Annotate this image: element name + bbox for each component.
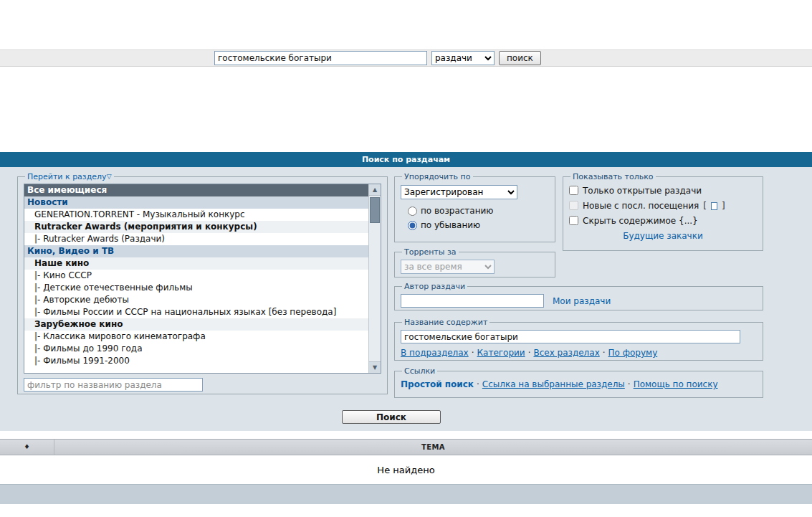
order-desc-radio[interactable] — [408, 221, 417, 230]
links-legend: Ссылки — [402, 366, 437, 376]
order-by-select[interactable]: Зарегистрирован — [401, 185, 517, 199]
hide-contents-checkbox[interactable] — [569, 216, 578, 225]
search-submit-button[interactable]: Поиск — [342, 410, 441, 424]
order-asc-radio[interactable] — [408, 207, 417, 216]
new-since-visit-row[interactable]: Новые с посл. посещения [] — [569, 198, 757, 213]
link-separator: · — [472, 348, 474, 358]
new-topics-page-icon — [711, 202, 717, 210]
title-contains-fieldset: Название содержит В подразделах·Категори… — [394, 318, 763, 361]
bracket-open: [ — [703, 201, 707, 211]
quick-search-scope-select[interactable]: раздачи — [431, 51, 495, 65]
author-legend: Автор раздачи — [402, 282, 467, 291]
jump-to-section-label[interactable]: Перейти к разделу — [27, 172, 107, 181]
forum-tree-list[interactable]: Все имеющиеся Новости GENERATION.TORRENT… — [24, 184, 381, 374]
link-separator: · — [628, 379, 631, 389]
in-subforums-link[interactable]: В подразделах — [401, 348, 469, 358]
tree-option[interactable]: |- Фильмы до 1990 года — [24, 343, 381, 355]
links-fieldset: Ссылки Простой поиск·Ссылка на выбранные… — [394, 366, 763, 398]
author-row: Мои раздачи — [401, 294, 757, 308]
future-downloads-link[interactable]: Будущие закачки — [569, 231, 757, 241]
tree-option[interactable]: |- Классика мирового кинематографа — [24, 331, 381, 343]
results-header-row: ♦ ТЕМА — [0, 439, 812, 455]
tree-option[interactable]: |- Детские отечественные фильмы — [24, 282, 381, 294]
only-open-row[interactable]: Только открытые раздачи — [569, 183, 757, 198]
torrents-for-legend: Торренты за — [402, 247, 459, 257]
link-separator: · — [603, 348, 606, 358]
tree-scrollbar[interactable]: ▲ ▼ — [368, 184, 381, 373]
order-by-fieldset: Упорядочить по Зарегистрирован по возрас… — [394, 172, 555, 242]
author-input[interactable] — [401, 294, 544, 308]
links-row: Простой поиск·Ссылка на выбранные раздел… — [401, 379, 757, 389]
title-contains-legend: Название содержит — [402, 318, 489, 327]
quick-search-button[interactable]: поиск — [499, 51, 541, 65]
show-only-fieldset: Показывать только Только открытые раздач… — [563, 172, 763, 251]
tree-filter-input[interactable] — [24, 378, 203, 392]
tree-option[interactable]: GENERATION.TORRENT - Музыкальный конкурс — [24, 209, 381, 221]
show-only-legend: Показывать только — [570, 172, 656, 181]
tree-option[interactable]: Кино, Видео и ТВ — [24, 245, 381, 257]
all-sections-link[interactable]: Всех разделах — [533, 348, 599, 358]
torrents-for-fieldset: Торренты за за все время — [394, 247, 555, 278]
tree-option[interactable]: |- Rutracker Awards (Раздачи) — [24, 233, 381, 245]
forum-tree-fieldset: Перейти к разделу▽ Все имеющиеся Новости… — [17, 172, 388, 394]
title-scope-links: В подразделах·Категории·Всех разделах·По… — [401, 348, 757, 358]
only-open-label[interactable]: Только открытые раздачи — [583, 186, 702, 196]
tree-option[interactable]: Наше кино — [24, 257, 381, 270]
scroll-down-icon[interactable]: ▼ — [369, 361, 381, 373]
order-asc-row[interactable]: по возрастанию — [401, 204, 549, 218]
hide-contents-label[interactable]: Скрыть содержимое {...} — [583, 216, 698, 226]
torrents-for-select[interactable]: за все время — [401, 260, 495, 274]
order-desc-row[interactable]: по убыванию — [401, 218, 549, 232]
new-since-visit-checkbox[interactable] — [569, 201, 578, 210]
title-contains-input[interactable] — [401, 330, 740, 343]
tree-option[interactable]: |- Кино СССР — [24, 270, 381, 282]
link-separator: · — [528, 348, 531, 358]
tree-option[interactable]: |- Фильмы России и СССР на национальных … — [24, 306, 381, 318]
bracket-close: ] — [722, 201, 725, 211]
only-open-checkbox[interactable] — [569, 186, 578, 195]
tree-option[interactable]: Rutracker Awards (мероприятия и конкурсы… — [24, 221, 381, 233]
simple-search-link[interactable]: Простой поиск — [401, 379, 474, 389]
tree-option[interactable]: |- Фильмы 1991-2000 — [24, 355, 381, 367]
link-separator: · — [477, 379, 479, 389]
search-help-link[interactable]: Помощь по поиску — [634, 379, 718, 389]
by-forum-link[interactable]: По форуму — [608, 348, 658, 358]
categories-link[interactable]: Категории — [477, 348, 525, 358]
scroll-thumb[interactable] — [370, 197, 380, 223]
topic-column-header: ТЕМА — [54, 440, 812, 455]
tree-filter-icon: ▽ — [107, 173, 112, 180]
order-asc-label[interactable]: по возрастанию — [421, 206, 493, 216]
panel-title: Поиск по раздачам — [0, 152, 812, 167]
my-torrents-link[interactable]: Мои раздачи — [553, 296, 611, 306]
tree-option[interactable]: Новости — [24, 196, 381, 209]
quick-search-controls: раздачи поиск — [0, 50, 812, 65]
quick-search-bar: раздачи поиск — [0, 49, 812, 67]
selected-sections-link[interactable]: Ссылка на выбранные разделы — [482, 379, 625, 389]
search-form: Перейти к разделу▽ Все имеющиеся Новости… — [0, 167, 812, 431]
no-results-message: Не найдено — [0, 456, 812, 484]
search-panel: Поиск по раздачам Перейти к разделу▽ Все… — [0, 152, 812, 431]
sort-toggle-icon[interactable]: ♦ — [0, 440, 54, 455]
quick-search-input[interactable] — [214, 51, 427, 65]
order-desc-label[interactable]: по убыванию — [421, 220, 480, 230]
author-fieldset: Автор раздачи Мои раздачи — [394, 282, 763, 310]
order-by-legend: Упорядочить по — [402, 172, 473, 181]
scroll-up-icon[interactable]: ▲ — [369, 184, 381, 196]
new-since-visit-label[interactable]: Новые с посл. посещения — [583, 201, 699, 211]
footer-bar — [0, 484, 812, 504]
tree-option[interactable]: Все имеющиеся — [24, 184, 381, 196]
hide-contents-row[interactable]: Скрыть содержимое {...} — [569, 213, 757, 228]
tree-option[interactable]: Зарубежное кино — [24, 318, 381, 331]
jump-to-section-link[interactable]: Перейти к разделу▽ — [25, 172, 114, 181]
tree-option[interactable]: |- Авторские дебюты — [24, 294, 381, 306]
